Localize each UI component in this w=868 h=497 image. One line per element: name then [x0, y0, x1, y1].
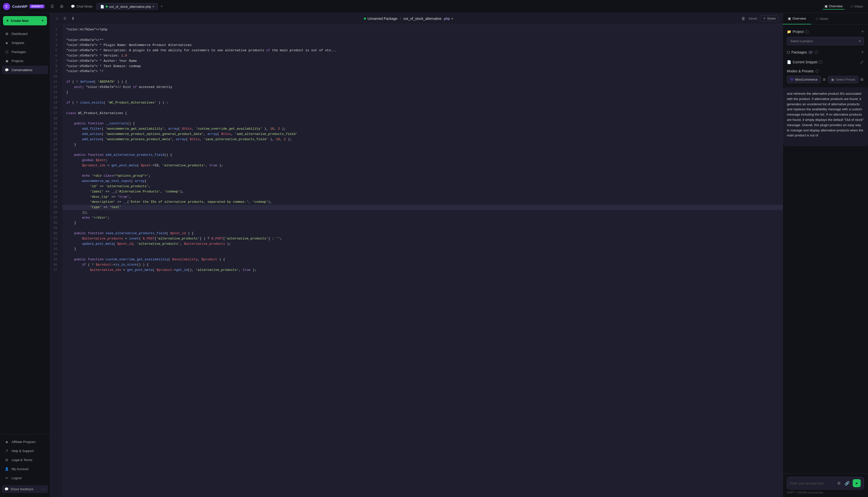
tab-vision[interactable]: □ Vision: [811, 13, 833, 24]
create-new-icon: ✦: [6, 19, 9, 23]
plus-icon: +: [41, 18, 44, 23]
vision-button[interactable]: □ Vision: [849, 3, 865, 9]
line-number-21: 21: [50, 132, 59, 137]
chat-message: and retrieves the alternative product ID…: [787, 91, 864, 138]
line-number-29: 29: [50, 173, 59, 179]
code-line-21: add_action( 'woocommerce_product_options…: [66, 132, 779, 137]
grid-view-button[interactable]: ⊞: [58, 3, 65, 10]
add-package-button[interactable]: +: [861, 49, 864, 55]
packages-title: ⬡ Packages 0 i: [787, 50, 818, 54]
affiliate-icon: ◈: [4, 439, 9, 444]
path-separator: /: [399, 17, 402, 20]
code-line-37: echo '</div>';: [66, 215, 779, 221]
select-preset-button[interactable]: ▣ Select Preset: [828, 76, 858, 83]
new-tab-button[interactable]: +: [158, 3, 165, 10]
prompt-input[interactable]: [790, 481, 834, 485]
expand-snippet-button[interactable]: ⤢: [860, 59, 864, 65]
prompt-tool-button[interactable]: ⚙: [836, 480, 842, 487]
download-button[interactable]: ⬇: [70, 15, 76, 22]
tab-bar: 💬 Chat Mode 📄 out_of_stock_alternative.p…: [67, 3, 820, 10]
modes-section-header: Modes & Presets i: [787, 69, 864, 73]
line-number-9: 9: [50, 69, 59, 74]
code-line-27: $product_ids = get_post_meta( $post->ID,…: [66, 163, 779, 168]
line-number-40: 40: [50, 231, 59, 236]
sidebar-item-legal[interactable]: ⚖ Legal & Terms: [2, 456, 48, 464]
code-line-19: public function __construct() {: [66, 121, 779, 126]
code-line-8: "color:#546e7a"> * Text Domain: codewp: [66, 64, 779, 69]
overview-button[interactable]: ▣ Overview: [823, 3, 845, 10]
bookmark-button[interactable]: ☆: [54, 15, 60, 22]
packages-icon: ⬡: [4, 49, 9, 54]
sidebar-item-snippets[interactable]: ◈ Snippets: [2, 39, 48, 47]
woocommerce-mode-tag[interactable]: W WooCommerce: [787, 76, 821, 83]
code-line-4: "color:#546e7a"> * Plugin Name: WooComme…: [66, 43, 779, 48]
code-line-12: exit; "color:#546e7a">// Exit if accesse…: [66, 85, 779, 90]
line-number-8: 8: [50, 64, 59, 69]
code-line-42: update_post_meta( $post_id, 'alternative…: [66, 241, 779, 247]
logo-area: C CodeWP AGENCY: [3, 3, 44, 10]
chat-mode-tab[interactable]: 💬 Chat Mode: [67, 3, 96, 10]
sidebar-item-dashboard[interactable]: ⊞ Dashboard: [2, 29, 48, 38]
current-snippet-header: 📄 Current Snippet i ⤢: [787, 59, 864, 65]
file-tab[interactable]: 📄 out_of_stock_alternative.php ▾: [97, 3, 158, 10]
line-number-15: 15: [50, 100, 59, 105]
line-number-35: 35: [50, 205, 59, 210]
sidebar-toggle-button[interactable]: ☰: [48, 3, 56, 10]
create-new-button[interactable]: ✦ Create New +: [3, 16, 47, 25]
project-select[interactable]: Select a project ▾: [787, 37, 864, 45]
file-chevron[interactable]: ▾: [451, 17, 453, 20]
line-number-20: 20: [50, 126, 59, 132]
sidebar-item-logout[interactable]: ↩ Logout: [2, 474, 48, 482]
code-line-43: }: [66, 246, 779, 252]
packages-info-icon[interactable]: i: [814, 51, 818, 54]
code-line-24: [66, 147, 779, 153]
overview-icon: ▣: [825, 4, 827, 8]
code-line-46: if ( ! $product->is_in_stock() ) {: [66, 262, 779, 268]
line-number-28: 28: [50, 168, 59, 174]
code-line-2: [66, 32, 779, 38]
sidebar-item-packages[interactable]: ⬡ Packages: [2, 47, 48, 56]
add-project-button[interactable]: +: [861, 29, 864, 34]
dashboard-icon: ⊞: [4, 31, 9, 36]
code-content[interactable]: "color:#c792ea"><?php "color:#546e7a">/*…: [62, 24, 783, 497]
line-number-47: 47: [50, 268, 59, 273]
line-number-24: 24: [50, 147, 59, 153]
line-number-33: 33: [50, 195, 59, 200]
line-number-5: 5: [50, 48, 59, 53]
prompt-input-wrapper: ⚙ 🔗 ➤: [787, 477, 864, 489]
sidebar-item-help[interactable]: ? Help & Support: [2, 446, 48, 455]
snippet-info-icon[interactable]: i: [819, 60, 822, 64]
code-line-5: "color:#546e7a"> * Description: A plugin…: [66, 48, 779, 53]
editor-toolbar: ☆ ⎘ ⬇ Unnamed Package / out_of_stock_alt…: [50, 13, 783, 24]
sidebar-item-affiliate[interactable]: ◈ Affiliate Program: [2, 438, 48, 446]
right-panel-tabs: ▣ Overview □ Vision: [783, 13, 868, 25]
line-number-12: 12: [50, 85, 59, 90]
feedback-icon: 💬: [4, 487, 9, 491]
tab-overview[interactable]: ▣ Overview: [783, 13, 811, 24]
sidebar-item-account[interactable]: 👤 My Account: [2, 465, 48, 473]
code-line-40: public function save_alternative_product…: [66, 231, 779, 236]
share-feedback-button[interactable]: 💬 Share feedback ⋯: [2, 485, 48, 493]
sidebar-item-projects[interactable]: ◉ Projects: [2, 57, 48, 65]
delete-file-button[interactable]: 🗑: [741, 16, 746, 21]
code-line-16: [66, 105, 779, 111]
project-title: 📁 Project i: [787, 30, 809, 34]
project-info-icon[interactable]: i: [805, 30, 809, 33]
project-icon: 📁: [787, 30, 791, 34]
prompt-link-button[interactable]: 🔗: [844, 480, 851, 487]
packages-section-header: ⬡ Packages 0 i +: [787, 49, 864, 55]
sidebar-nav: ⊞ Dashboard ◈ Snippets ⬡ Packages ◉ Proj…: [0, 29, 50, 432]
prompt-send-button[interactable]: ➤: [853, 479, 861, 487]
code-line-44: [66, 252, 779, 257]
code-line-28: [66, 168, 779, 174]
share-button[interactable]: ↗ Share: [760, 15, 779, 22]
modes-info-icon[interactable]: i: [815, 69, 819, 73]
line-number-26: 26: [50, 158, 59, 163]
preset-icon: ▣: [831, 77, 834, 81]
sidebar-item-conversations[interactable]: 💬 Conversations: [2, 66, 48, 74]
copy-button[interactable]: ⎘: [63, 15, 67, 22]
code-line-39: [66, 226, 779, 231]
line-number-32: 32: [50, 189, 59, 195]
line-number-6: 6: [50, 53, 59, 59]
vision-icon: □: [851, 4, 853, 8]
